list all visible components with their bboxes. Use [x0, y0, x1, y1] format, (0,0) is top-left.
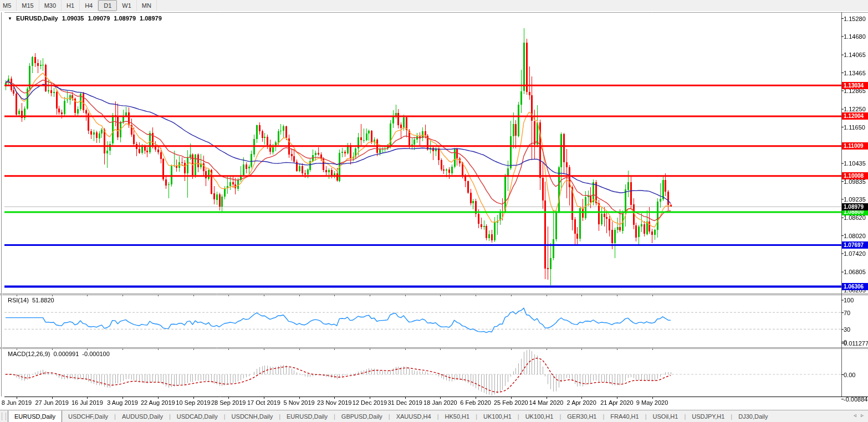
chart-tab-8-hk50[interactable]: HK50,H1 [439, 410, 476, 422]
chart-tab-14-usdjpy[interactable]: USDJPY,H1 [686, 410, 731, 422]
chart-tab-15-dj30[interactable]: DJ30,Daily [732, 410, 774, 422]
hline-price-label: 1.12004 [842, 112, 868, 120]
chart-tab-1-usdchf[interactable]: USDCHF,Daily [62, 410, 114, 422]
hline-price-label: 1.10008 [842, 172, 868, 179]
date-axis-label: 21 Apr 2020 [600, 399, 633, 406]
hline-price-label: 1.13034 [842, 82, 868, 89]
macd-main-value: 0.000991 [53, 351, 79, 357]
date-axis-label: 18 Jan 2020 [423, 399, 457, 406]
timeframe-w1-button[interactable]: W1 [117, 0, 137, 11]
date-axis-label: 28 Sep 2019 [211, 399, 246, 406]
date-axis-label: 9 May 2020 [636, 399, 668, 406]
rsi-value: 51.8820 [32, 297, 54, 303]
macd-axis-tick: 0.00 [844, 372, 868, 378]
chart-tab-7-xauusd[interactable]: XAUUSD,H4 [390, 410, 437, 422]
timeframe-m30-button[interactable]: M30 [39, 0, 62, 11]
ohlc-low: 1.08979 [114, 15, 136, 22]
price-axis-tick: 1.08020 [844, 233, 868, 239]
date-axis-label: 25 Feb 2020 [494, 399, 528, 406]
rsi-name: RSI(14) [8, 297, 29, 303]
chart-canvas[interactable] [0, 11, 868, 410]
macd-signal-value: -0.000100 [82, 351, 110, 357]
timeframe-h4-button[interactable]: H4 [80, 0, 98, 11]
timeframe-m15-button[interactable]: M15 [17, 0, 39, 11]
chart-tab-3-usdcad[interactable]: USDCAD,Daily [171, 410, 224, 422]
tab-scroll-arrows: ◃ ▹ [854, 412, 864, 418]
tab-scroll-left-icon[interactable]: ◃ [854, 412, 856, 418]
chart-tab-5-eurusd[interactable]: EURUSD,Daily [280, 410, 334, 422]
date-axis-label: 31 Dec 2019 [387, 399, 422, 406]
timeframe-toolbar: M5M15M30H1H4D1W1MN [0, 0, 868, 12]
date-axis-label: 23 Nov 2019 [317, 399, 351, 406]
symbol-dropdown-icon[interactable]: ▼ [8, 16, 12, 21]
timeframe-d1-button[interactable]: D1 [98, 0, 117, 11]
chart-tab-4-usdcnh[interactable]: USDCNH,Daily [226, 410, 279, 422]
date-axis-label: 16 Jul 2019 [72, 399, 103, 406]
rsi-axis-tick: 70 [844, 310, 868, 316]
macd-name: MACD(12,26,9) [8, 351, 50, 357]
chart-tab-bar: EURUSD,DailyUSDCHF,Daily|AUDUSD,Daily|US… [0, 410, 868, 422]
price-axis-tick: 1.07420 [844, 250, 868, 257]
date-axis-label: 2 Apr 2020 [567, 399, 596, 406]
chart-tab-6-gbpusd[interactable]: GBPUSD,Daily [335, 410, 389, 422]
rsi-axis-tick: 30 [844, 326, 868, 333]
hline-price-label: 1.11009 [842, 142, 868, 150]
tabbar-grip[interactable] [2, 413, 6, 420]
chart-tab-9-uk100[interactable]: UK100,H1 [477, 410, 518, 422]
chart-tab-0-eurusd[interactable]: EURUSD,Daily [8, 410, 62, 422]
price-axis-tick: 1.12250 [844, 106, 868, 112]
hline-price-label: 1.06306 [842, 283, 868, 290]
price-axis-tick: 1.14065 [844, 52, 868, 58]
ohlc-close: 1.08979 [140, 15, 162, 22]
tabs-holder: EURUSD,DailyUSDCHF,Daily|AUDUSD,Daily|US… [8, 410, 774, 422]
date-axis-label: 27 Jun 2019 [35, 399, 69, 406]
timeframe-mn-button[interactable]: MN [137, 0, 157, 11]
macd-indicator-label: MACD(12,26,9) 0.000991 -0.000100 [8, 351, 110, 357]
price-axis-tick: 1.13465 [844, 70, 868, 76]
price-axis-tick: 1.15280 [844, 16, 868, 22]
tab-scroll-right-icon[interactable]: ▹ [861, 412, 864, 418]
date-axis-label: 6 Feb 2020 [460, 399, 491, 406]
terminal-window: M5M15M30H1H4D1W1MN ▼ EURUSD,Daily 1.0903… [0, 0, 868, 422]
ohlc-open: 1.09035 [62, 15, 84, 22]
price-axis-tick: 1.14680 [844, 33, 868, 40]
chart-tab-12-fra40[interactable]: FRA40,H1 [604, 410, 645, 422]
price-axis-tick: 1.11650 [844, 124, 868, 131]
chart-title: ▼ EURUSD,Daily 1.09035 1.09079 1.08979 1… [8, 15, 162, 22]
timeframe-h1-button[interactable]: H1 [62, 0, 80, 11]
chart-tab-11-ger30[interactable]: GER30,H1 [561, 410, 603, 422]
rsi-indicator-label: RSI(14) 51.8820 [8, 297, 54, 303]
rsi-axis-tick: 100 [844, 297, 868, 303]
date-axis-label: 22 Aug 2019 [141, 399, 175, 406]
symbol-name: EURUSD,Daily [16, 15, 58, 22]
date-axis-label: 17 Oct 2019 [247, 399, 280, 406]
date-axis-label: 14 Mar 2020 [529, 399, 564, 406]
date-axis-label: 5 Nov 2019 [283, 399, 314, 406]
macd-axis-tick: 0.011277 [844, 340, 868, 347]
ohlc-high: 1.09079 [88, 15, 110, 22]
bid-price-label: 1.08979 [842, 203, 868, 210]
date-axis-label: 8 Jun 2019 [2, 399, 32, 406]
macd-axis-tick: -0.008845 [844, 396, 868, 403]
date-axis-label: 3 Aug 2019 [107, 399, 138, 406]
price-axis-tick: 1.09235 [844, 196, 868, 203]
chart-tab-13-usoil[interactable]: USOil,H1 [647, 410, 685, 422]
price-axis-tick: 1.06805 [844, 269, 868, 275]
chart-tab-10-uk100[interactable]: UK100,H1 [519, 410, 560, 422]
timeframe-buttons: M5M15M30H1H4D1W1MN [0, 0, 157, 11]
hline-price-label: 1.07697 [842, 241, 868, 249]
price-axis-tick: 1.10435 [844, 160, 868, 167]
date-axis-label: 12 Dec 2019 [353, 399, 387, 406]
timeframe-m5-button[interactable]: M5 [0, 0, 17, 11]
chart-tab-2-audusd[interactable]: AUDUSD,Daily [116, 410, 169, 422]
date-axis-label: 10 Sep 2019 [176, 399, 210, 406]
